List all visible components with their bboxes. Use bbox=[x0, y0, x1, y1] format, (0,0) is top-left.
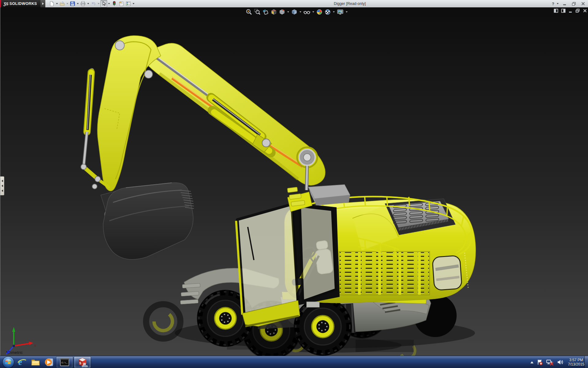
display-style-button[interactable] bbox=[291, 8, 298, 16]
command-prompt-icon: C:\_ bbox=[59, 358, 70, 367]
options-checklist-icon bbox=[126, 1, 131, 6]
print-button[interactable] bbox=[80, 0, 86, 7]
view-settings-button[interactable] bbox=[336, 8, 344, 16]
wheel-rear-left[interactable] bbox=[294, 297, 352, 356]
help-button[interactable]: ? bbox=[552, 2, 554, 6]
open-folder-icon bbox=[59, 1, 65, 6]
zoom-to-area-button[interactable] bbox=[254, 8, 261, 16]
app-restore-button[interactable] bbox=[570, 1, 578, 6]
new-dropdown[interactable] bbox=[56, 3, 58, 4]
network-status-icon[interactable] bbox=[546, 359, 554, 366]
pane-right-toggle[interactable] bbox=[561, 9, 566, 13]
zoom-to-fit-icon bbox=[246, 9, 252, 15]
triad-x-label: x bbox=[34, 343, 36, 347]
left-arrow-icon bbox=[2, 180, 3, 182]
doc-close-button[interactable] bbox=[583, 9, 587, 13]
save-button[interactable] bbox=[69, 0, 76, 7]
select-button[interactable] bbox=[100, 0, 107, 7]
app-close-button[interactable] bbox=[579, 1, 587, 6]
taskbar: e C:\_ S W 2 bbox=[0, 356, 588, 368]
view-settings-dropdown[interactable] bbox=[346, 11, 348, 13]
boom-pin-top bbox=[115, 41, 124, 50]
view-orientation-dropdown[interactable] bbox=[287, 11, 289, 13]
doc-close-icon bbox=[583, 9, 587, 13]
taskbar-command-prompt[interactable]: C:\_ bbox=[56, 356, 73, 368]
select-cursor-icon bbox=[101, 1, 107, 6]
apply-scene-dropdown[interactable] bbox=[333, 11, 335, 13]
rebuild-button[interactable] bbox=[111, 0, 118, 7]
help-dropdown[interactable] bbox=[557, 3, 559, 4]
view-orientation-button[interactable] bbox=[278, 8, 286, 16]
bucket[interactable] bbox=[103, 183, 194, 260]
show-desktop-button[interactable] bbox=[584, 356, 588, 368]
boom-arm bbox=[97, 36, 161, 191]
action-center-flag-icon[interactable] bbox=[537, 359, 543, 366]
left-arrow-icon bbox=[2, 185, 3, 187]
view-orientation-icon bbox=[279, 9, 285, 15]
windows-flag-icon bbox=[5, 359, 12, 366]
menu-expand-button[interactable] bbox=[40, 0, 45, 7]
taskbar-solidworks-2015[interactable]: S W 2015 bbox=[74, 356, 91, 368]
new-document-icon bbox=[49, 1, 55, 6]
open-button[interactable] bbox=[59, 0, 66, 7]
hide-show-items-dropdown[interactable] bbox=[312, 11, 314, 13]
solidworks-year-badge: 2015 bbox=[82, 365, 88, 367]
boom-pin-mid bbox=[145, 70, 153, 78]
options-button[interactable] bbox=[125, 0, 132, 7]
file-properties-button[interactable] bbox=[118, 0, 125, 7]
undo-button[interactable] bbox=[90, 0, 97, 7]
select-dropdown[interactable] bbox=[108, 3, 110, 4]
left-arrow-icon bbox=[2, 190, 3, 192]
zoom-to-fit-button[interactable] bbox=[245, 8, 253, 16]
doc-minimize-icon bbox=[568, 9, 573, 13]
edit-appearance-button[interactable] bbox=[316, 8, 323, 16]
doc-restore-button[interactable] bbox=[575, 9, 580, 13]
save-floppy-icon bbox=[70, 1, 75, 6]
cab-windshield bbox=[237, 204, 298, 314]
brand-name: SOLIDWORKS bbox=[9, 2, 37, 6]
close-icon bbox=[581, 2, 585, 6]
rebuild-traffic-light-icon bbox=[111, 1, 117, 6]
svg-text:S: S bbox=[79, 362, 81, 365]
open-dropdown[interactable] bbox=[66, 3, 68, 4]
taskbar-internet-explorer[interactable]: e bbox=[15, 356, 29, 368]
clock[interactable]: 3:57 PM 7/13/2015 bbox=[568, 358, 584, 366]
system-tray: 3:57 PM 7/13/2015 bbox=[530, 356, 584, 368]
solidworks-logo-icon: ƷS bbox=[3, 2, 9, 6]
pane-left-icon bbox=[554, 9, 558, 13]
restore-icon bbox=[572, 2, 576, 6]
graphics-viewport[interactable]: x *Dimetric bbox=[0, 7, 588, 356]
edit-appearance-icon bbox=[316, 9, 323, 15]
volume-icon[interactable] bbox=[557, 359, 564, 366]
hidden-icons-chevron[interactable] bbox=[530, 361, 534, 364]
app-minimize-button[interactable] bbox=[561, 1, 568, 6]
doc-minimize-button[interactable] bbox=[568, 9, 573, 13]
window-title: Digger [Read-only] bbox=[310, 0, 390, 7]
view-settings-icon bbox=[337, 9, 344, 15]
rear-window bbox=[432, 255, 462, 290]
start-button[interactable] bbox=[2, 356, 14, 368]
options-dropdown[interactable] bbox=[133, 3, 134, 4]
save-dropdown[interactable] bbox=[77, 3, 79, 4]
featuremanager-collapsed-tab[interactable] bbox=[0, 176, 4, 195]
internet-explorer-icon: e bbox=[17, 357, 27, 367]
pane-left-toggle[interactable] bbox=[554, 9, 558, 13]
display-style-dropdown[interactable] bbox=[300, 11, 301, 13]
new-button[interactable] bbox=[48, 0, 55, 7]
undo-dropdown[interactable] bbox=[98, 3, 100, 4]
previous-view-button[interactable] bbox=[262, 8, 269, 16]
excavator-model[interactable] bbox=[0, 7, 588, 356]
hide-show-items-button[interactable] bbox=[303, 8, 311, 16]
clock-date: 7/13/2015 bbox=[568, 362, 584, 366]
section-view-button[interactable] bbox=[270, 8, 277, 16]
svg-text:e: e bbox=[18, 358, 22, 367]
print-dropdown[interactable] bbox=[87, 3, 89, 4]
apply-scene-button[interactable] bbox=[324, 8, 331, 16]
apply-scene-icon bbox=[324, 9, 331, 15]
doc-restore-icon bbox=[575, 9, 580, 13]
taskbar-media-player[interactable] bbox=[42, 356, 56, 368]
boom-cylinder-lower bbox=[84, 68, 94, 167]
taskbar-windows-explorer[interactable] bbox=[29, 356, 42, 368]
right-arrow-icon bbox=[42, 2, 44, 5]
titlebar: ƷS SOLIDWORKS bbox=[0, 0, 588, 8]
